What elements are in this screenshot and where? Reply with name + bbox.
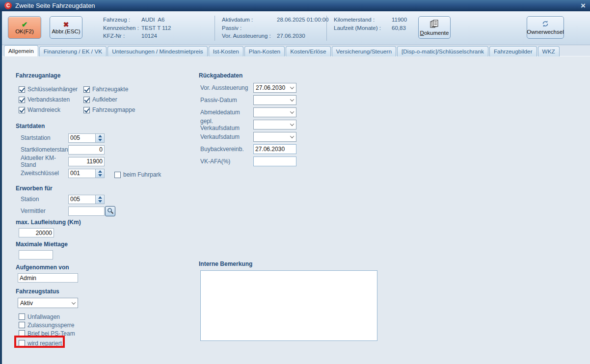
checkbox-label: Zulassungssperre <box>27 322 74 329</box>
annotation-highlight-rect <box>14 336 65 348</box>
toolbar: ✔ OK(F2) ✖ Abbr.(ESC) Fahrzeug : AUDI A6… <box>2 11 590 45</box>
ownerwechsel-button[interactable]: Ownerwechsel <box>527 16 564 39</box>
checkbox-verbandskasten[interactable]: Verbandskasten <box>19 96 83 103</box>
checkbox-checked-icon <box>83 86 90 93</box>
stepper-arrows[interactable] <box>95 195 104 204</box>
tab-versicherung[interactable]: Versicherung/Steuern <box>332 46 396 56</box>
abmeldedatum-datepicker[interactable] <box>253 107 296 117</box>
aktivdatum-value: 28.06.2025 01:00:00 <box>277 16 329 24</box>
laufzeit-label: Laufzeit (Monate) : <box>334 24 392 32</box>
tab-wkz[interactable]: WKZ <box>538 46 560 56</box>
tab-allgemein[interactable]: Allgemein <box>4 45 38 56</box>
tab-untersuchungen[interactable]: Untersuchungen / Mindestmietpreis <box>107 46 208 56</box>
tab-plan-kosten[interactable]: Plan-Kosten <box>244 46 285 56</box>
check-icon: ✔ <box>22 21 28 28</box>
checkbox-beim-fuhrpark[interactable]: beim Fuhrpark <box>114 171 161 178</box>
documents-icon <box>429 20 439 29</box>
zweitschluessel-label: Zweitschlüssel <box>21 170 68 177</box>
titlebar: C Zweite Seite Fahrzeugdaten × <box>0 0 590 11</box>
zweitschluessel-input[interactable] <box>69 169 95 178</box>
kfz-nr-label: KFZ-Nr : <box>103 32 141 40</box>
maximale-miettage-input[interactable] <box>19 250 53 260</box>
checkbox-schluesselanhaenger[interactable]: Schlüsselanhänger <box>19 86 83 93</box>
arrow-down-icon <box>98 174 102 177</box>
interne-bemerkung-textarea[interactable] <box>200 270 377 341</box>
arrow-up-icon <box>98 196 102 199</box>
tab-strip: Allgemein Finanzierung / EK / VK Untersu… <box>4 45 560 56</box>
aktivdatum-label: Aktivdatum : <box>222 16 277 24</box>
section-title-rueckgabedaten: Rückgabedaten <box>199 72 242 79</box>
close-icon[interactable]: × <box>581 1 586 10</box>
tab-ist-kosten[interactable]: Ist-Kosten <box>209 46 243 56</box>
checkbox-checked-icon <box>83 107 90 113</box>
checkbox-label: Fahrzeugakte <box>92 86 128 93</box>
arrow-up-icon <box>98 135 102 137</box>
section-title-aufgenommen-von: Aufgenommen von <box>16 264 69 271</box>
station-label: Station <box>21 196 68 203</box>
rueckgabedaten-fields: Vor. Aussteuerung 27.06.2030 Passiv-Datu… <box>200 83 296 169</box>
startkilometerstand-input[interactable] <box>68 145 105 155</box>
max-laufleistung-input[interactable] <box>19 228 54 237</box>
vermittler-search-button[interactable] <box>105 206 115 216</box>
checkbox-fahrzeugakte[interactable]: Fahrzeugakte <box>83 86 167 93</box>
startstation-label: Startstation <box>21 134 68 141</box>
gepl-verkaufsdatum-datepicker[interactable] <box>253 120 296 130</box>
tab-dispomatic[interactable]: [Disp-o-matic]/Schlüsselschrank <box>397 46 488 56</box>
checkbox-unfallwagen[interactable]: Unfallwagen <box>19 312 75 321</box>
tab-finanzierung[interactable]: Finanzierung / EK / VK <box>39 46 107 56</box>
arrow-down-icon <box>98 139 102 141</box>
aufgenommen-von-input[interactable] <box>18 273 78 283</box>
gepl-verkaufsdatum-field-label: gepl. Verkaufsdatum <box>200 118 253 131</box>
startstation-input[interactable] <box>69 134 95 142</box>
tab-fahrzeugbilder[interactable]: Fahrzeugbilder <box>489 46 537 56</box>
vor-aussteuerung-value: 27.06.2030 <box>277 32 329 40</box>
checkbox-label: Unfallwagen <box>27 313 60 320</box>
checkbox-warndreieck[interactable]: Warndreieck <box>19 106 83 113</box>
passiv-datum-field-label: Passiv-Datum <box>200 97 253 104</box>
stepper-arrows[interactable] <box>95 134 104 142</box>
vor-aussteuerung-datepicker[interactable]: 27.06.2030 <box>253 83 296 93</box>
documents-button[interactable]: Dokumente <box>418 16 451 39</box>
fahrzeugstatus-select[interactable]: Aktiv <box>18 298 78 308</box>
checkbox-aufkleber[interactable]: Aufkleber <box>83 96 167 103</box>
kilometerstand-value: 11900 <box>392 16 407 24</box>
checkbox-fahrzeugmappe[interactable]: Fahrzeugmappe <box>83 106 167 113</box>
plate-label: Kennzeichen : <box>103 24 141 32</box>
chevron-down-icon <box>288 96 296 104</box>
date-info: Aktivdatum : 28.06.2025 01:00:00 Passiv … <box>222 16 329 40</box>
kfz-nr-value: 10124 <box>141 32 171 40</box>
cancel-button[interactable]: ✖ Abbr.(ESC) <box>50 16 82 39</box>
vk-afa-input[interactable] <box>253 156 296 166</box>
startstation-stepper <box>68 133 105 143</box>
ownerwechsel-button-label: Ownerwechsel <box>527 29 563 35</box>
vor-aussteuerung-field-label: Vor. Aussteuerung <box>200 84 253 91</box>
buybackvereinb-input[interactable] <box>253 144 296 154</box>
checkbox-checked-icon <box>19 107 25 113</box>
mileage-info: Kilometerstand : 11900 Laufzeit (Monate)… <box>334 16 407 32</box>
fahrzeugstatus-value: Aktiv <box>20 300 33 307</box>
vermittler-input[interactable] <box>68 207 105 216</box>
ok-button[interactable]: ✔ OK(F2) <box>8 16 41 39</box>
station-input[interactable] <box>69 195 95 204</box>
tab-kosten-erloese[interactable]: Kosten/Erlöse <box>286 46 330 56</box>
checkbox-unchecked-icon <box>19 313 25 320</box>
checkbox-unchecked-icon <box>19 322 25 328</box>
passiv-datum-datepicker[interactable] <box>253 95 296 105</box>
toolbar-separator <box>326 16 327 41</box>
window-left-border <box>0 11 2 364</box>
aktueller-km-input[interactable] <box>68 157 105 166</box>
checkbox-label: Warndreieck <box>27 106 60 113</box>
buybackvereinb-field-label: Buybackvereinb. <box>200 146 253 153</box>
section-title-erworben-fuer: Erworben für <box>16 185 53 192</box>
verkaufsdatum-datepicker[interactable] <box>253 132 296 142</box>
chevron-down-icon <box>288 120 296 129</box>
toolbar-separator <box>215 16 215 41</box>
passiv-label: Passiv : <box>222 24 277 32</box>
checkbox-zulassungssperre[interactable]: Zulassungssperre <box>19 321 75 329</box>
section-title-max-laufleistung: max. Laufleistung (Km) <box>16 219 81 226</box>
owner-change-icon <box>541 20 549 28</box>
section-title-startdaten: Startdaten <box>16 123 45 130</box>
stepper-arrows[interactable] <box>95 169 104 178</box>
checkbox-label: Verbandskasten <box>27 96 70 103</box>
section-title-interne-bemerkung: Interne Bemerkung <box>199 260 252 267</box>
